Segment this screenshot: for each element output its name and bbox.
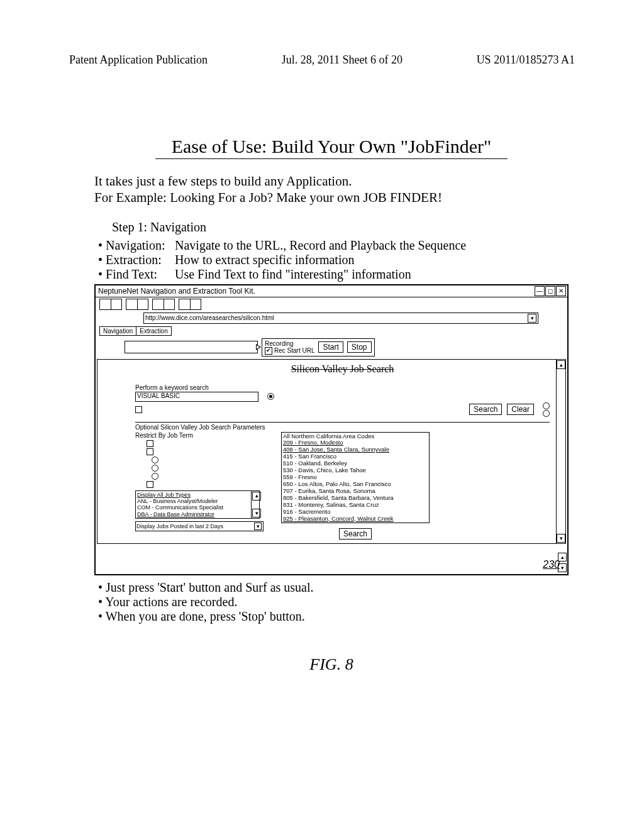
toolbar-button[interactable]: [99, 299, 122, 310]
recording-controls: Recording ✔ Rec Start URL Start Stop: [262, 338, 375, 357]
optional-heading: Optional Silicon Valley Job Search Param…: [135, 422, 550, 431]
post-bullet-2: Your actions are recorded.: [98, 595, 569, 609]
toolbar-button[interactable]: [152, 299, 175, 310]
step-label: Step 1: Navigation: [112, 220, 569, 235]
keyword-input[interactable]: VISUAL BASIC: [135, 392, 258, 402]
recording-progress: [125, 341, 258, 353]
url-input[interactable]: http://www.dice.com/areasearches/silicon…: [143, 313, 538, 324]
window-buttons: — ◻ ✕: [535, 286, 566, 296]
stop-button[interactable]: Stop: [347, 341, 372, 353]
recording-row: Recording ✔ Rec Start URL Start Stop: [121, 337, 567, 358]
rec-start-url-label: Rec Start URL: [274, 347, 314, 354]
scroll-up-icon[interactable]: ▴: [252, 492, 261, 501]
scroll-down-icon[interactable]: ▾: [252, 509, 261, 517]
radio-option-2[interactable]: [543, 402, 550, 409]
list-item[interactable]: DBA - Data Base Administrator: [137, 511, 250, 517]
list-item[interactable]: COM - Communications Specialist: [137, 504, 250, 511]
dropdown-icon[interactable]: ▾: [254, 523, 262, 530]
pane-scrollbar[interactable]: ▴ ▾: [556, 360, 565, 544]
url-text: http://www.dice.com/areasearches/silicon…: [145, 314, 274, 321]
jobterm-check-2[interactable]: [147, 448, 153, 455]
page-title: Silicon Valley Job Search: [135, 363, 550, 375]
search-button-2[interactable]: Search: [339, 528, 372, 540]
post-instructions: Just press 'Start' button and Surf as us…: [98, 580, 569, 624]
app-window: NeptuneNet Navigation and Extraction Too…: [94, 284, 569, 576]
toolbar-button[interactable]: [126, 299, 148, 310]
scroll-down-icon[interactable]: ▾: [557, 534, 565, 543]
instruction-bullets: Navigation:Navigate to the URL., Record …: [98, 238, 569, 282]
keyword-label: Perform a keyword search: [135, 384, 550, 391]
toolbar: [96, 297, 567, 311]
bullet-findtext: Find Text:Use Find Text to find "interes…: [98, 267, 569, 282]
desc-line-1: It takes just a few steps to build any A…: [94, 173, 569, 189]
start-button[interactable]: Start: [318, 341, 343, 353]
jobtype-listbox[interactable]: Display All Job Types ANL - Business Ana…: [135, 490, 260, 519]
recording-label: Recording: [265, 340, 294, 347]
jobterm-radio-3[interactable]: [152, 473, 158, 480]
maximize-icon[interactable]: ◻: [545, 286, 555, 296]
post-bullet-1: Just press 'Start' button and Surf as us…: [98, 580, 569, 595]
jobterm-check-1[interactable]: [147, 440, 153, 447]
jobterm-radio-1[interactable]: [152, 456, 158, 463]
bullet-extraction: Extraction:How to extract specific infor…: [98, 253, 569, 267]
list-item[interactable]: 916 - Sacremento: [283, 509, 428, 516]
list-item[interactable]: 925 - Pleasanton, Concord, Walnut Creek: [283, 516, 428, 523]
jobterm-check-3[interactable]: [147, 481, 153, 488]
slide-title: Ease of Use: Build Your Own "JobFinder": [155, 136, 508, 159]
rec-start-url-checkbox[interactable]: ✔: [265, 347, 272, 355]
jobterm-options: [147, 440, 274, 488]
radio-option-1[interactable]: [267, 393, 274, 400]
jobterm-radio-2[interactable]: [152, 465, 158, 472]
clear-button[interactable]: Clear: [507, 404, 534, 415]
figure-label: FIG. 8: [94, 655, 569, 674]
tabs: Navigation Extraction: [96, 325, 567, 337]
radio-option-3[interactable]: [543, 410, 550, 417]
doc-header: Patent Application Publication Jul. 28, …: [0, 0, 644, 67]
bullet-navigation: Navigation:Navigate to the URL., Record …: [98, 238, 569, 253]
keyword-search: Perform a keyword search VISUAL BASIC Se…: [135, 384, 550, 417]
figure-reference-230: 230: [543, 559, 560, 570]
areacode-listbox[interactable]: All Northern California Area Codes 209 -…: [281, 432, 430, 524]
restrict-label: Restrict By Job Term: [135, 432, 274, 439]
jobtype-title: Display All Job Types: [137, 492, 250, 498]
list-item[interactable]: 831 - Monterey, Salinas, Santa Cruz: [283, 502, 428, 509]
tab-navigation[interactable]: Navigation: [100, 327, 136, 335]
close-icon[interactable]: ✕: [556, 286, 566, 296]
desc-line-2: For Example: Looking For a Job? Make you…: [94, 189, 569, 206]
search-button[interactable]: Search: [469, 404, 502, 415]
header-right: US 2011/0185273 A1: [477, 53, 575, 67]
address-row: http://www.dice.com/areasearches/silicon…: [96, 311, 567, 325]
checkbox-option[interactable]: [135, 406, 142, 413]
posted-dropdown[interactable]: Display Jobs Posted in last 2 Days ▾: [135, 521, 264, 531]
list-item[interactable]: ANL - Business Analyst/Modeler: [137, 498, 250, 504]
header-center: Jul. 28, 2011 Sheet 6 of 20: [282, 53, 402, 67]
scroll-up-icon[interactable]: ▴: [557, 360, 565, 369]
dropdown-icon[interactable]: ▾: [528, 314, 536, 323]
titlebar: NeptuneNet Navigation and Extraction Too…: [96, 285, 567, 297]
header-left: Patent Application Publication: [69, 53, 208, 67]
slide-desc: It takes just a few steps to build any A…: [94, 173, 569, 206]
post-bullet-3: When you are done, press 'Stop' button.: [98, 609, 569, 624]
tab-extraction[interactable]: Extraction: [136, 327, 170, 335]
minimize-icon[interactable]: —: [535, 286, 545, 296]
toolbar-button[interactable]: [179, 299, 201, 310]
posted-label: Display Jobs Posted in last 2 Days: [136, 523, 223, 529]
window-title: NeptuneNet Navigation and Extraction Too…: [97, 287, 255, 296]
browser-pane: Silicon Valley Job Search Perform a keyw…: [97, 359, 566, 545]
